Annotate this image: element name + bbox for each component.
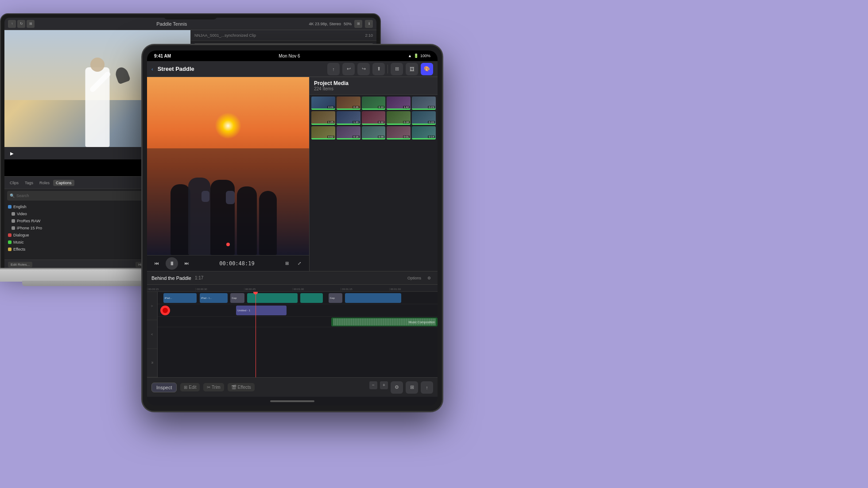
zoom-out-btn[interactable]: − <box>369 381 377 389</box>
timeline-settings-btn[interactable]: ⚙ <box>425 275 433 281</box>
search-icon: 🔍 <box>10 194 15 198</box>
ipad-clip[interactable]: Gap <box>329 293 343 303</box>
share-bottom-btn[interactable]: ↑ <box>421 381 433 394</box>
inspector-header: NNJAA_S001_...synchronized Clip 2:10 <box>191 30 376 41</box>
share-btn[interactable]: ↑ <box>327 63 340 75</box>
viewer-controls-left: ⏮ ⏸ ⏭ <box>151 257 192 270</box>
toolbar-forward-btn[interactable]: ↻ <box>17 20 25 28</box>
inspect-button[interactable]: Inspect <box>151 383 177 392</box>
edit-roles-btn[interactable]: Edit Roles... <box>8 262 32 267</box>
record-button[interactable] <box>160 306 170 315</box>
ipad-home-bar <box>147 397 438 406</box>
toolbar-clip-btn[interactable]: ⊞ <box>27 20 35 28</box>
media-thumbnail[interactable]: 1:42 <box>387 97 411 110</box>
bottom-btn-1[interactable]: ⊞ Edit <box>180 383 200 391</box>
media-btn[interactable]: ⊞ <box>391 63 403 75</box>
item-color-dot <box>8 240 12 244</box>
browser-tabs: Clips Tags Roles Captions <box>7 180 74 186</box>
ipad-toolbar: ‹ Street Paddle ↑ ↩ ↪ ⬆ ⊞ 🖼 🎨 <box>147 61 438 77</box>
ipad-track-area: iPad... iPad - I... Gap Gap Untitled - <box>158 292 438 377</box>
zoom-in-btn[interactable]: ⊞ <box>282 258 292 269</box>
item-label: Music <box>13 240 24 244</box>
music-label: Music Composition <box>409 321 435 324</box>
timeline-options-btn[interactable]: Options <box>405 275 423 281</box>
photo-btn[interactable]: 🖼 <box>406 63 418 75</box>
browser-tab-tags[interactable]: Tags <box>22 180 36 186</box>
ipad-timeline-tracks: V A M <box>147 292 438 377</box>
viewer-right-controls: ⊞ ⤢ <box>282 258 305 269</box>
fullscreen-btn[interactable]: ⤢ <box>294 258 305 269</box>
media-thumbnail[interactable]: 0:09 <box>311 97 335 110</box>
browser-tab-captions[interactable]: Captions <box>53 180 74 186</box>
ipad-clip[interactable] <box>300 293 323 303</box>
media-thumbnail[interactable]: 1:25 <box>311 111 335 124</box>
ipad-timeline-project-name: Behind the Paddle <box>151 275 191 281</box>
status-time: 9:41 AM <box>154 54 171 58</box>
ruler-mark: 00:00:30 <box>195 288 244 290</box>
browser-tab-roles[interactable]: Roles <box>37 180 52 186</box>
toolbar-nav-group: ↑ ↻ ⊞ <box>8 20 35 28</box>
play-button[interactable]: ▶ <box>8 149 16 157</box>
media-thumbnail[interactable]: 0:10 <box>362 97 386 110</box>
media-thumbnail[interactable]: 0:23 <box>412 97 436 110</box>
ipad-clip[interactable]: iPad - I... <box>200 293 228 303</box>
ruler-mark: 00:01:00 <box>292 288 341 290</box>
undo-btn[interactable]: ↩ <box>342 63 355 75</box>
chevron-left-icon: ‹ <box>151 66 153 72</box>
ipad-clip[interactable]: Untitled - 1 <box>236 306 287 315</box>
mac-inspector-btn[interactable]: ℹ <box>365 20 373 28</box>
toolbar-back-btn[interactable]: ↑ <box>8 20 16 28</box>
ipad-clip[interactable]: Gap <box>230 293 244 303</box>
ipad-clip[interactable] <box>345 293 401 303</box>
battery-icon: 🔋 <box>414 54 418 58</box>
ipad-screen: 9:41 AM Mon Nov 6 ▲ 🔋 100% ‹ Street Padd… <box>147 50 438 406</box>
redo-btn[interactable]: ↪ <box>357 63 370 75</box>
export-btn[interactable]: ⬆ <box>372 63 385 75</box>
item-color-dot <box>8 248 12 251</box>
media-thumbnail[interactable]: 0:32 <box>362 111 386 124</box>
ipad-media-panel: Project Media 224 Items 0:09 0:26 0:10 1… <box>309 77 438 271</box>
mac-view-btn[interactable]: ⊞ <box>354 20 362 28</box>
bottom-btn-3[interactable]: 🎬 Effects <box>228 383 255 391</box>
media-thumbnail[interactable]: 0:18 <box>387 111 411 124</box>
ipad-project-title: Street Paddle <box>158 66 194 72</box>
media-thumbnail[interactable]: 0:01 <box>387 126 411 139</box>
inspector-duration: 2:10 <box>365 33 373 38</box>
ipad-timeline-options: Options ⚙ <box>405 275 433 281</box>
ipad-clip[interactable]: iPad... <box>163 293 197 303</box>
ipad-timecode: 00:00:48:19 <box>219 260 254 267</box>
mac-zoom: 50% <box>344 22 352 26</box>
music-composition-clip[interactable]: Music Composition <box>331 318 438 326</box>
search-placeholder: Search <box>16 194 29 198</box>
zoom-in-btn-2[interactable]: + <box>380 381 388 389</box>
media-thumbnail[interactable]: 1:20 <box>337 111 360 124</box>
media-thumbnail[interactable]: 0:26 <box>337 97 360 110</box>
media-thumbnail[interactable]: 0:20 <box>412 111 436 124</box>
record-inner <box>163 308 168 313</box>
ipad-play-btn[interactable]: ⏸ <box>166 257 178 270</box>
ipad-main-area: ⏮ ⏸ ⏭ 00:00:48:19 ⊞ ⤢ <box>147 77 438 271</box>
more-btn[interactable]: ⊞ <box>406 381 418 394</box>
media-thumbnail[interactable]: 0:16 <box>337 126 360 139</box>
player-head <box>90 58 105 72</box>
ipad-back-btn[interactable]: ‹ <box>151 66 153 72</box>
playhead-marker <box>226 243 230 246</box>
rewind-btn[interactable]: ⏮ <box>151 258 162 269</box>
play-controls: ▶ <box>8 149 16 157</box>
bottom-right-controls: − + ⚙ ⊞ ↑ <box>369 381 433 394</box>
bottom-btn-2[interactable]: ✂ Trim <box>203 383 224 391</box>
fast-forward-btn[interactable]: ⏭ <box>182 258 192 269</box>
settings-btn[interactable]: ⚙ <box>391 381 403 394</box>
fcp-ipad-app: ‹ Street Paddle ↑ ↩ ↪ ⬆ ⊞ 🖼 🎨 <box>147 61 438 406</box>
media-thumbnail[interactable]: 0:09 <box>362 126 386 139</box>
ipad-track-row-v1: iPad... iPad - I... Gap Gap <box>158 292 438 304</box>
media-thumbnail[interactable]: 0:02 <box>311 126 335 139</box>
ruler-mark: 00:01:15 <box>341 288 389 290</box>
browser-tab-clips[interactable]: Clips <box>7 180 21 186</box>
ipad-clip[interactable] <box>247 293 298 303</box>
inspector-clip-name: NNJAA_S001_...synchronized Clip <box>194 33 256 38</box>
color-btn[interactable]: 🎨 <box>421 63 433 75</box>
media-thumbnail[interactable]: 0:14 <box>412 126 436 139</box>
people-group <box>162 167 294 255</box>
media-panel-header: Project Media 224 Items <box>310 77 438 95</box>
